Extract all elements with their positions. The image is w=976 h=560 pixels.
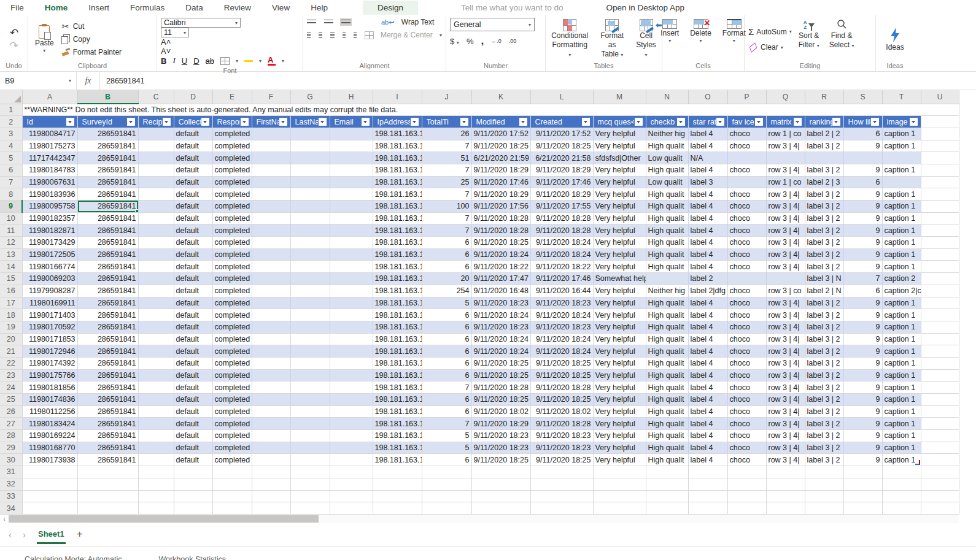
cell[interactable]: 9 bbox=[843, 212, 882, 224]
cell[interactable] bbox=[921, 248, 959, 261]
cell[interactable]: High qualit bbox=[646, 442, 688, 454]
filter-dropdown-icon[interactable] bbox=[910, 118, 918, 126]
cell[interactable]: row 3 | 4| bbox=[766, 405, 805, 418]
cell[interactable] bbox=[373, 478, 422, 490]
cell[interactable]: High qualit bbox=[646, 261, 688, 273]
cell[interactable] bbox=[290, 321, 330, 333]
cell[interactable] bbox=[290, 248, 330, 261]
copy-button[interactable]: Copy bbox=[61, 34, 122, 44]
cell[interactable]: Very helpful bbox=[593, 212, 646, 224]
filter-dropdown-icon[interactable] bbox=[460, 118, 468, 126]
cell[interactable]: completed bbox=[212, 345, 252, 358]
autosum-button[interactable]: ΣAutoSum▾ bbox=[748, 26, 792, 37]
filter-dropdown-icon[interactable] bbox=[832, 118, 840, 126]
cell[interactable]: caption 1 bbox=[882, 188, 921, 201]
cell[interactable]: caption 1 bbox=[882, 224, 921, 237]
cell[interactable]: choco bbox=[727, 188, 766, 201]
cell[interactable]: 9/11/2020 17:46 bbox=[530, 273, 593, 285]
cell[interactable]: label 3 | 2 bbox=[805, 237, 843, 249]
cell[interactable] bbox=[138, 502, 174, 515]
conditional-formatting-button[interactable]: Conditional Formatting ▾ bbox=[548, 18, 591, 61]
cell[interactable] bbox=[290, 345, 330, 358]
filter-dropdown-icon[interactable] bbox=[635, 118, 643, 126]
cell[interactable] bbox=[921, 478, 959, 490]
column-header-N[interactable]: N bbox=[646, 90, 688, 104]
table-header-Id[interactable]: Id bbox=[22, 116, 77, 128]
cell[interactable]: Low qualit bbox=[646, 152, 688, 164]
cell[interactable]: 9/11/2020 18:24 bbox=[471, 248, 530, 261]
cell[interactable] bbox=[330, 152, 373, 164]
cell[interactable]: 9/11/2020 18:25 bbox=[471, 394, 530, 406]
row-header-13[interactable]: 13 bbox=[0, 248, 22, 261]
table-header-image ([interactable]: image ( bbox=[882, 116, 921, 128]
cell[interactable]: 6 bbox=[422, 394, 471, 406]
cell[interactable]: 11980169911 bbox=[22, 297, 77, 309]
cell[interactable] bbox=[882, 490, 921, 502]
cell[interactable]: 9 bbox=[843, 201, 882, 213]
cell[interactable]: Very helpful bbox=[593, 430, 646, 442]
cell[interactable]: Very helpful bbox=[593, 285, 646, 297]
cell[interactable]: default bbox=[174, 394, 212, 406]
cell[interactable] bbox=[138, 357, 174, 369]
cell[interactable] bbox=[252, 357, 290, 369]
formula-input[interactable]: 286591841 bbox=[100, 72, 145, 90]
cell[interactable]: 11980183936 bbox=[22, 188, 77, 201]
cell[interactable] bbox=[290, 261, 330, 273]
cell[interactable]: completed bbox=[212, 442, 252, 454]
cell[interactable]: 9/11/2020 18:22 bbox=[471, 261, 530, 273]
cell[interactable]: 5 bbox=[422, 297, 471, 309]
cell[interactable]: 9/11/2020 18:28 bbox=[471, 224, 530, 237]
cell[interactable]: 11980175273 bbox=[22, 140, 77, 152]
cell[interactable]: 9/11/2020 18:28 bbox=[530, 418, 593, 430]
cell[interactable]: label 4 bbox=[688, 188, 727, 201]
cell[interactable]: label 4 bbox=[688, 442, 727, 454]
cell[interactable]: 9/11/2020 18:24 bbox=[471, 333, 530, 345]
cell[interactable]: 286591841 bbox=[77, 418, 138, 430]
cell[interactable]: caption 1 bbox=[882, 237, 921, 249]
cell[interactable]: label 2 | 2 bbox=[805, 128, 843, 140]
font-name-select[interactable]: Calibri▾ bbox=[161, 18, 241, 28]
cell[interactable]: 11980095758 bbox=[22, 201, 77, 213]
cell[interactable]: 9/11/2020 17:46 bbox=[471, 176, 530, 188]
cell[interactable] bbox=[174, 490, 212, 502]
cell[interactable] bbox=[805, 490, 843, 502]
cell[interactable]: 9/11/2020 17:55 bbox=[530, 201, 593, 213]
cell[interactable]: choco bbox=[727, 357, 766, 369]
row-header-32[interactable]: 32 bbox=[0, 478, 22, 490]
cell[interactable] bbox=[921, 369, 959, 382]
row-header-31[interactable]: 31 bbox=[0, 466, 22, 478]
cell[interactable]: 6 bbox=[843, 128, 882, 140]
cell[interactable]: label 3 | 2 bbox=[805, 309, 843, 321]
cell[interactable] bbox=[290, 466, 330, 478]
cell[interactable]: label 3 | N bbox=[805, 273, 843, 285]
cell[interactable]: default bbox=[174, 442, 212, 454]
cell[interactable]: default bbox=[174, 164, 212, 176]
cell[interactable]: label 4 bbox=[688, 430, 727, 442]
cell[interactable]: High qualit bbox=[646, 140, 688, 152]
cell[interactable] bbox=[212, 478, 252, 490]
cell[interactable]: 286591841 bbox=[77, 405, 138, 418]
cell[interactable]: choco bbox=[727, 333, 766, 345]
cell[interactable]: 9/11/2020 18:23 bbox=[530, 442, 593, 454]
cell[interactable]: 286591841 bbox=[77, 188, 138, 201]
cell[interactable]: choco bbox=[727, 430, 766, 442]
cell[interactable]: choco bbox=[727, 345, 766, 358]
cell[interactable] bbox=[330, 248, 373, 261]
cell[interactable] bbox=[373, 502, 422, 515]
cell[interactable]: Very helpful bbox=[593, 188, 646, 201]
cell[interactable]: 198.181.163.11 bbox=[373, 248, 422, 261]
cell[interactable] bbox=[688, 478, 727, 490]
increase-decimal-button[interactable]: ←.0 bbox=[491, 39, 502, 44]
row-header-11[interactable]: 11 bbox=[0, 224, 22, 237]
cell[interactable]: 286591841 bbox=[77, 152, 138, 164]
cell[interactable]: label 3 bbox=[688, 176, 727, 188]
cell[interactable] bbox=[921, 382, 959, 394]
cell[interactable]: completed bbox=[212, 369, 252, 382]
cell[interactable] bbox=[921, 357, 959, 369]
cell[interactable]: 198.181.163.11 bbox=[373, 309, 422, 321]
cell[interactable] bbox=[471, 502, 530, 515]
cell[interactable] bbox=[252, 333, 290, 345]
cell[interactable]: 9/11/2020 18:28 bbox=[471, 212, 530, 224]
cell[interactable] bbox=[921, 454, 959, 466]
cell[interactable]: 6 bbox=[422, 261, 471, 273]
